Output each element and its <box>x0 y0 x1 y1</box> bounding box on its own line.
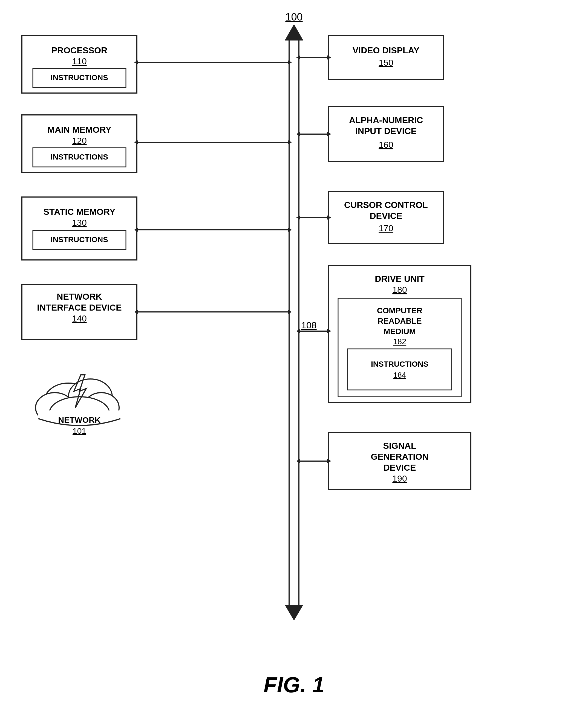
network-interface-label-2: INTERFACE DEVICE <box>37 303 122 312</box>
computer-readable-medium-label-3: MEDIUM <box>383 327 416 336</box>
static-memory-box <box>22 197 137 260</box>
video-display-box <box>329 36 443 79</box>
network-interface-number: 140 <box>72 313 86 323</box>
alpha-numeric-label-1: ALPHA-NUMERIC <box>349 115 423 125</box>
main-memory-number: 120 <box>72 136 86 146</box>
cursor-control-label-1: CURSOR CONTROL <box>344 200 428 210</box>
signal-generation-label-2: GENERATION <box>371 452 429 462</box>
network-label: NETWORK <box>58 415 101 425</box>
drive-unit-number: 180 <box>392 285 407 295</box>
processor-instructions-label: INSTRUCTIONS <box>51 73 108 82</box>
computer-readable-medium-label-2: READABLE <box>377 317 422 325</box>
figure-label: FIG. 1 <box>264 673 324 697</box>
cursor-control-label-2: DEVICE <box>370 211 402 221</box>
static-memory-label: STATIC MEMORY <box>44 207 115 217</box>
instructions-184-label: INSTRUCTIONS <box>371 360 428 368</box>
main-memory-instructions-label: INSTRUCTIONS <box>51 153 108 161</box>
instructions-184-number: 184 <box>393 371 406 379</box>
signal-generation-label-1: SIGNAL <box>383 441 416 451</box>
computer-readable-medium-label-1: COMPUTER <box>377 306 422 315</box>
network-number: 101 <box>72 426 86 435</box>
static-memory-instructions-label: INSTRUCTIONS <box>51 235 108 244</box>
drive-unit-label: DRIVE UNIT <box>375 274 425 284</box>
alpha-numeric-label-2: INPUT DEVICE <box>355 126 417 136</box>
alpha-numeric-number: 160 <box>379 140 393 150</box>
bus-label: 108 <box>301 320 317 330</box>
processor-number: 110 <box>72 57 86 66</box>
network-interface-label-1: NETWORK <box>57 292 102 302</box>
computer-readable-medium-number: 182 <box>393 337 406 346</box>
diagram-title: 100 <box>285 11 302 23</box>
video-display-label: VIDEO DISPLAY <box>353 45 419 55</box>
main-memory-label: MAIN MEMORY <box>47 125 111 135</box>
instructions-184-box <box>348 349 452 390</box>
cursor-control-number: 170 <box>379 223 393 233</box>
static-memory-number: 130 <box>72 218 86 228</box>
signal-generation-label-3: DEVICE <box>383 463 416 473</box>
video-display-number: 150 <box>379 58 393 68</box>
signal-generation-number: 190 <box>392 474 407 483</box>
processor-label: PROCESSOR <box>51 45 107 55</box>
